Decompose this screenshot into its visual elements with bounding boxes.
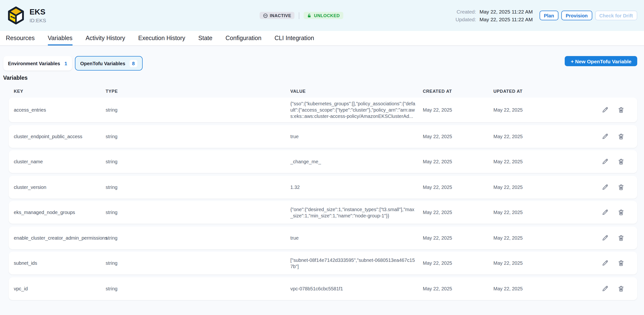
variable-type: string bbox=[106, 158, 290, 165]
trash-icon bbox=[617, 234, 624, 241]
minus-circle-icon bbox=[263, 13, 268, 18]
edit-variable-button[interactable] bbox=[601, 158, 609, 165]
pencil-icon bbox=[601, 133, 608, 140]
column-header-created-at: CREATED AT bbox=[423, 89, 494, 94]
edit-variable-button[interactable] bbox=[601, 285, 609, 292]
table-row: subnet_ids string ["subnet-08f14e7142d33… bbox=[8, 252, 637, 275]
environment-variables-count: 1 bbox=[64, 61, 67, 66]
column-header-type: TYPE bbox=[106, 89, 290, 94]
variable-created-at: May 22, 2025 bbox=[423, 184, 494, 190]
trash-icon bbox=[617, 209, 624, 216]
variable-value: {"one":{"desired_size":1,"instance_types… bbox=[290, 206, 423, 219]
variable-value: vpc-078b51c6cbc5581f1 bbox=[290, 285, 423, 292]
delete-variable-button[interactable] bbox=[617, 234, 625, 242]
trash-icon bbox=[617, 285, 624, 292]
variable-key: cluster_version bbox=[8, 184, 106, 190]
check-for-drift-button[interactable]: Check for Drift bbox=[595, 11, 637, 20]
table-row: vpc_id string vpc-078b51c6cbc5581f1 May … bbox=[8, 277, 637, 300]
variable-updated-at: May 22, 2025 bbox=[494, 209, 566, 216]
delete-variable-button[interactable] bbox=[617, 259, 625, 267]
tab-cli-integration[interactable]: CLI Integration bbox=[274, 31, 314, 45]
delete-variable-button[interactable] bbox=[617, 209, 625, 216]
pencil-icon bbox=[601, 285, 608, 292]
variable-updated-at: May 22, 2025 bbox=[494, 133, 566, 139]
table-row: cluster_endpoint_public_access string tr… bbox=[8, 125, 637, 148]
page-header: EKS ID:EKS INACTIVE UNLOCKED bbox=[0, 0, 644, 31]
variable-key: vpc_id bbox=[8, 285, 106, 292]
edit-variable-button[interactable] bbox=[601, 132, 609, 140]
delete-variable-button[interactable] bbox=[617, 106, 625, 114]
created-label: Created: bbox=[456, 9, 476, 14]
page-title: EKS bbox=[30, 8, 46, 17]
edit-variable-button[interactable] bbox=[601, 259, 609, 267]
variable-type: string bbox=[106, 184, 290, 190]
trash-icon bbox=[617, 106, 624, 114]
plan-button[interactable]: Plan bbox=[540, 11, 558, 20]
variable-created-at: May 22, 2025 bbox=[423, 209, 494, 216]
delete-variable-button[interactable] bbox=[617, 158, 625, 165]
variable-key: eks_managed_node_groups bbox=[8, 209, 106, 216]
edit-variable-button[interactable] bbox=[601, 234, 609, 242]
pencil-icon bbox=[601, 260, 608, 267]
trash-icon bbox=[617, 183, 624, 191]
trash-icon bbox=[617, 158, 624, 165]
variable-value: true bbox=[290, 133, 423, 139]
variables-panel: Environment Variables 1 OpenTofu Variabl… bbox=[0, 46, 644, 300]
tab-bar: ResourcesVariablesActivity HistoryExecut… bbox=[0, 31, 644, 46]
variable-updated-at: May 22, 2025 bbox=[494, 235, 566, 241]
column-header-updated-at: UPDATED AT bbox=[494, 89, 566, 94]
stack-id: ID:EKS bbox=[30, 17, 46, 23]
updated-label: Updated: bbox=[456, 16, 476, 22]
variable-created-at: May 22, 2025 bbox=[423, 285, 494, 292]
tab-execution-history[interactable]: Execution History bbox=[138, 31, 186, 45]
edit-variable-button[interactable] bbox=[601, 106, 609, 114]
edit-variable-button[interactable] bbox=[601, 209, 609, 216]
variable-updated-at: May 22, 2025 bbox=[494, 260, 566, 266]
variable-created-at: May 22, 2025 bbox=[423, 260, 494, 266]
timestamps: Created: May 22, 2025 11:22 AM Updated: … bbox=[456, 9, 533, 22]
brand: EKS ID:EKS bbox=[7, 6, 46, 25]
created-value: May 22, 2025 11:22 AM bbox=[479, 9, 532, 14]
variable-value: ["subnet-08f14e7142d333595","subnet-0680… bbox=[290, 257, 423, 269]
table-row: cluster_name string _change_me_ May 22, … bbox=[8, 150, 637, 173]
tab-variables[interactable]: Variables bbox=[48, 31, 72, 45]
pencil-icon bbox=[601, 234, 608, 241]
variable-updated-at: May 22, 2025 bbox=[494, 285, 566, 292]
tab-opentofu-variables[interactable]: OpenTofu Variables 8 bbox=[75, 56, 142, 70]
delete-variable-button[interactable] bbox=[617, 285, 625, 292]
delete-variable-button[interactable] bbox=[617, 183, 625, 191]
variable-value: true bbox=[290, 235, 423, 241]
provision-button[interactable]: Provision bbox=[561, 11, 592, 20]
table-row: enable_cluster_creator_admin_permissions… bbox=[8, 226, 637, 249]
opentofu-cube-logo-icon bbox=[7, 6, 25, 25]
variable-updated-at: May 22, 2025 bbox=[494, 158, 566, 165]
table-row: eks_managed_node_groups string {"one":{"… bbox=[8, 201, 637, 224]
variable-created-at: May 22, 2025 bbox=[423, 158, 494, 165]
badge-divider bbox=[299, 12, 300, 19]
tab-configuration[interactable]: Configuration bbox=[226, 31, 262, 45]
variable-value: _change_me_ bbox=[290, 158, 423, 165]
tab-activity-history[interactable]: Activity History bbox=[86, 31, 125, 45]
pencil-icon bbox=[601, 158, 608, 165]
edit-variable-button[interactable] bbox=[601, 183, 609, 191]
tab-environment-variables[interactable]: Environment Variables 1 bbox=[3, 56, 72, 70]
tab-state[interactable]: State bbox=[198, 31, 212, 45]
variable-created-at: May 22, 2025 bbox=[423, 235, 494, 241]
table-header: KEY TYPE VALUE CREATED AT UPDATED AT bbox=[8, 81, 637, 98]
variable-key: enable_cluster_creator_admin_permissions bbox=[8, 235, 106, 241]
stack-page: EKS ID:EKS INACTIVE UNLOCKED bbox=[0, 0, 644, 315]
unlock-icon bbox=[307, 13, 312, 18]
variable-type: string bbox=[106, 133, 290, 139]
variable-key: cluster_endpoint_public_access bbox=[8, 133, 106, 139]
new-opentofu-variable-button[interactable]: + New OpenTofu Variable bbox=[565, 56, 637, 66]
tab-resources[interactable]: Resources bbox=[6, 31, 35, 45]
section-title: Variables bbox=[3, 75, 644, 81]
table-body: access_entries string {"sso":{"kubernete… bbox=[8, 98, 637, 300]
variable-key: subnet_ids bbox=[8, 260, 106, 266]
variable-created-at: May 22, 2025 bbox=[423, 133, 494, 139]
variable-value: {"sso":{"kubernetes_groups":[],"policy_a… bbox=[290, 100, 423, 119]
lock-badge: UNLOCKED bbox=[304, 12, 343, 19]
variable-updated-at: May 22, 2025 bbox=[494, 184, 566, 190]
status-badge: INACTIVE bbox=[260, 12, 295, 19]
delete-variable-button[interactable] bbox=[617, 132, 625, 140]
